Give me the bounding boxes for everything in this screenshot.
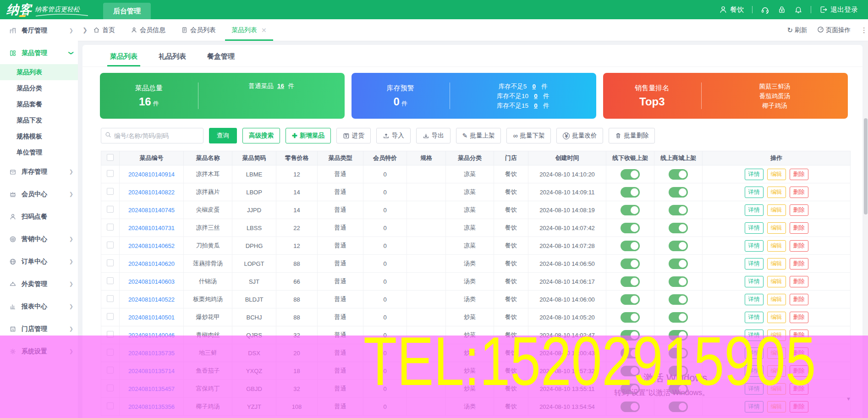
row-checkbox[interactable] — [107, 313, 114, 320]
search-input[interactable] — [114, 132, 199, 139]
delete-button[interactable]: 删除 — [790, 204, 808, 216]
detail-button[interactable]: 详情 — [745, 204, 764, 216]
detail-button[interactable]: 详情 — [745, 294, 764, 305]
sidebar-subitem-5[interactable]: 单位管理 — [0, 144, 78, 160]
dish-id-link[interactable]: 20240810140914 — [120, 165, 184, 183]
edit-button[interactable]: 编辑 — [767, 169, 786, 180]
delete-button[interactable]: 删除 — [790, 365, 808, 377]
row-checkbox[interactable] — [107, 277, 114, 284]
pos-shelf-toggle[interactable] — [621, 187, 640, 198]
sidebar-item-5[interactable]: 营销中心❯ — [0, 228, 78, 250]
close-icon[interactable]: ✕ — [261, 27, 267, 34]
mall-shelf-toggle[interactable] — [669, 294, 688, 305]
pos-shelf-toggle[interactable] — [621, 205, 640, 215]
mall-shelf-toggle[interactable] — [669, 187, 688, 198]
delete-button[interactable]: 删除 — [790, 240, 808, 252]
delete-button[interactable]: 删除 — [790, 383, 808, 395]
row-checkbox[interactable] — [107, 385, 114, 391]
delete-button[interactable]: 删除 — [790, 222, 808, 234]
select-all-checkbox[interactable] — [107, 154, 114, 161]
mall-shelf-toggle[interactable] — [669, 169, 688, 180]
dish-id-link[interactable]: 20240810140652 — [120, 237, 184, 255]
detail-button[interactable]: 详情 — [745, 330, 764, 341]
stock-in-button[interactable]: 进货 — [336, 128, 371, 143]
mall-shelf-toggle[interactable] — [669, 330, 688, 341]
pos-shelf-toggle[interactable] — [621, 223, 640, 233]
row-checkbox[interactable] — [107, 206, 114, 213]
vertical-scrollbar-track[interactable] — [863, 41, 868, 418]
sidebar-item-8[interactable]: 报表中心❯ — [0, 295, 78, 318]
sidebar-subitem-1[interactable]: 菜品分类 — [0, 80, 78, 96]
delete-button[interactable]: 删除 — [790, 347, 808, 359]
support-icon[interactable] — [761, 6, 769, 14]
dish-id-link[interactable]: 20240810140603 — [120, 273, 184, 291]
detail-button[interactable]: 详情 — [745, 312, 764, 323]
mall-shelf-toggle[interactable] — [669, 276, 688, 287]
lock-icon[interactable] — [778, 6, 786, 14]
scroll-down-arrow[interactable]: ▼ — [846, 396, 851, 402]
edit-button[interactable]: 编辑 — [767, 222, 786, 234]
sidebar-item-1[interactable]: 菜品管理❯ — [0, 42, 78, 64]
sidebar-subitem-2[interactable]: 菜品套餐 — [0, 96, 78, 112]
dish-id-link[interactable]: 20240810140620 — [120, 255, 184, 273]
pos-shelf-toggle[interactable] — [621, 294, 640, 305]
pos-shelf-toggle[interactable] — [621, 169, 640, 180]
dish-id-link[interactable]: 20240810135356 — [120, 398, 184, 416]
edit-button[interactable]: 编辑 — [767, 383, 786, 395]
detail-button[interactable]: 详情 — [745, 240, 764, 252]
pos-shelf-toggle[interactable] — [621, 402, 640, 412]
tab-1[interactable]: 礼品列表 — [159, 52, 186, 66]
refresh-button[interactable]: ↻ 刷新 — [787, 26, 807, 34]
mall-shelf-toggle[interactable] — [669, 223, 688, 233]
breadcrumb-tab-3[interactable]: 菜品列表✕ — [231, 19, 267, 41]
delete-button[interactable]: 删除 — [790, 312, 808, 323]
delete-button[interactable]: 删除 — [790, 258, 808, 270]
delete-button[interactable]: 删除 — [790, 294, 808, 305]
sidebar-item-6[interactable]: 订单中心❯ — [0, 250, 78, 273]
detail-button[interactable]: 详情 — [745, 258, 764, 270]
breadcrumb-tab-0[interactable]: 首页 — [93, 19, 115, 41]
pos-shelf-toggle[interactable] — [621, 330, 640, 341]
row-checkbox[interactable] — [107, 349, 114, 356]
tab-0[interactable]: 菜品列表 — [110, 52, 137, 66]
edit-button[interactable]: 编辑 — [767, 330, 786, 341]
detail-button[interactable]: 详情 — [745, 401, 764, 412]
batch-off-shelf-button[interactable]: ∞批量下架 — [506, 128, 551, 143]
edit-button[interactable]: 编辑 — [767, 187, 786, 198]
sidebar-subitem-0[interactable]: 菜品列表 — [0, 64, 78, 80]
delete-button[interactable]: 删除 — [790, 187, 808, 198]
row-checkbox[interactable] — [107, 259, 114, 266]
batch-on-shelf-button[interactable]: ✎批量上架 — [456, 128, 501, 143]
sidebar-item-3[interactable]: 会员中心❯ — [0, 183, 78, 205]
pos-shelf-toggle[interactable] — [621, 312, 640, 323]
dish-id-link[interactable]: 20240810140731 — [120, 219, 184, 237]
pos-shelf-toggle[interactable] — [621, 348, 640, 358]
add-dish-button[interactable]: ✚新增菜品 — [286, 128, 331, 143]
row-checkbox[interactable] — [107, 188, 114, 195]
pos-shelf-toggle[interactable] — [621, 241, 640, 251]
row-checkbox[interactable] — [107, 224, 114, 231]
logout-button[interactable]: 退出登录 — [819, 6, 858, 14]
batch-delete-button[interactable]: 批量删除 — [609, 128, 655, 143]
mall-shelf-toggle[interactable] — [669, 348, 688, 358]
mall-shelf-toggle[interactable] — [669, 205, 688, 215]
detail-button[interactable]: 详情 — [745, 222, 764, 234]
advanced-search-button[interactable]: 高级搜索 — [242, 128, 280, 143]
sidebar-collapse-icon[interactable]: ❯ — [78, 27, 93, 33]
edit-button[interactable]: 编辑 — [767, 312, 786, 323]
mall-shelf-toggle[interactable] — [669, 312, 688, 323]
detail-button[interactable]: 详情 — [745, 347, 764, 359]
edit-button[interactable]: 编辑 — [767, 258, 786, 270]
detail-button[interactable]: 详情 — [745, 365, 764, 377]
detail-button[interactable]: 详情 — [745, 276, 764, 287]
pos-shelf-toggle[interactable] — [621, 258, 640, 269]
dish-id-link[interactable]: 20240810140522 — [120, 291, 184, 308]
more-options-icon[interactable]: ⋮ — [861, 26, 864, 34]
dish-id-link[interactable]: 20240810140822 — [120, 183, 184, 201]
dish-id-link[interactable]: 20240810140501 — [120, 308, 184, 326]
dish-id-link[interactable]: 20240810135735 — [120, 344, 184, 362]
sidebar-item-0[interactable]: 餐厅管理❯ — [0, 19, 78, 42]
sidebar-item-10[interactable]: 系统设置❯ — [0, 340, 78, 363]
mall-shelf-toggle[interactable] — [669, 258, 688, 269]
row-checkbox[interactable] — [107, 402, 114, 409]
